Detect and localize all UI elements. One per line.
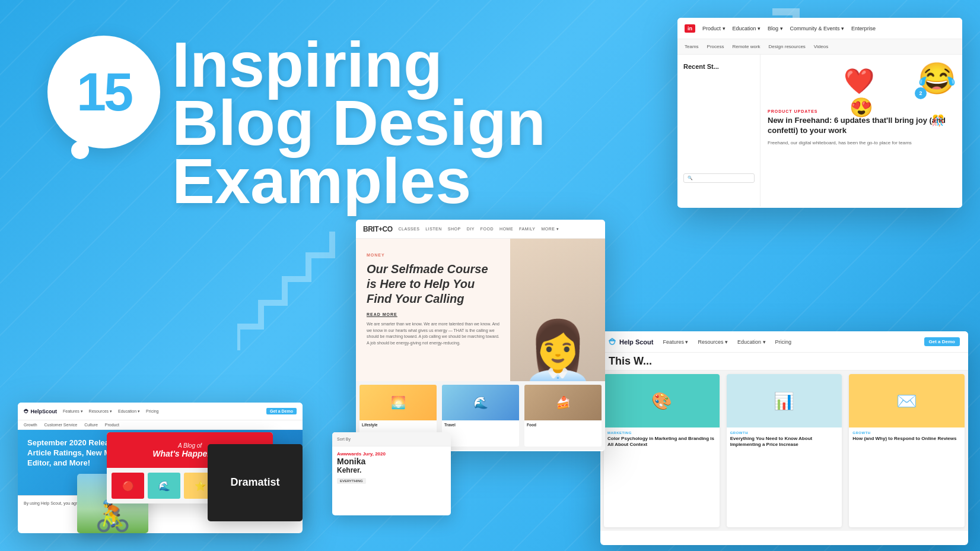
britco-logo: BRIT+CO bbox=[363, 225, 393, 233]
cyclist-icon: 🚴 bbox=[94, 499, 131, 533]
britco-card-3[interactable]: 🍰 Food bbox=[524, 385, 602, 446]
red-blog-text1: A Blog of bbox=[178, 442, 202, 449]
red-mini-card-2: 🌊 bbox=[148, 473, 180, 499]
dramatist-card: Dramatist bbox=[208, 444, 303, 521]
britco-card-2[interactable]: 🌊 Travel bbox=[442, 385, 519, 446]
inv-sub-videos[interactable]: Videos bbox=[814, 44, 828, 49]
hs-card-2-image: 📊 bbox=[727, 374, 842, 428]
hs-blog-education[interactable]: Education ▾ bbox=[118, 409, 140, 414]
hs-nav-education[interactable]: Education ▾ bbox=[737, 339, 766, 345]
invision-sidebar-title: Recent St... bbox=[683, 63, 754, 70]
hs-logo: ⛑ Help Scout bbox=[609, 337, 653, 347]
britco-nav: BRIT+CO CLASSES LISTEN SHOP DIY FOOD HOM… bbox=[356, 220, 605, 239]
hs-card-3-tag: GROWTH bbox=[852, 431, 961, 435]
hs-card-3-title: How (and Why) to Respond to Online Revie… bbox=[852, 436, 961, 442]
britco-nav-classes[interactable]: CLASSES bbox=[399, 227, 420, 231]
hs-nav-features[interactable]: Features ▾ bbox=[663, 339, 688, 345]
inv-nav-enterprise[interactable]: Enterprise bbox=[851, 26, 876, 31]
hs-card-2-title: Everything You Need to Know About Implem… bbox=[730, 436, 839, 448]
number-bubble: 15 bbox=[47, 36, 160, 148]
hs-card-3-image: ✉️ bbox=[849, 374, 965, 428]
hs-blog-nav: ⛑ HelpScout Features ▾ Resources ▾ Educa… bbox=[18, 403, 303, 420]
inv-sub-remote[interactable]: Remote work bbox=[732, 44, 760, 49]
britco-card-2-image: 🌊 bbox=[442, 385, 519, 420]
hs-card-1-body: MARKETING Color Psychology in Marketing … bbox=[604, 428, 720, 452]
inv-sub-process[interactable]: Process bbox=[707, 44, 724, 49]
britco-nav-diy[interactable]: DIY bbox=[467, 227, 475, 231]
hs-card-2[interactable]: 📊 GROWTH Everything You Need to Know Abo… bbox=[727, 374, 842, 527]
main-headline: Inspiring Blog Design Examples bbox=[172, 33, 546, 213]
hs-card-3-body: GROWTH How (and Why) to Respond to Onlin… bbox=[849, 428, 965, 445]
hs-nav: ⛑ Help Scout Features ▾ Resources ▾ Educ… bbox=[600, 331, 968, 353]
aww-sort-label: Sort By bbox=[337, 437, 351, 441]
emoji-badge: 2 bbox=[915, 87, 927, 99]
britco-body: We are smarter than we know. We are more… bbox=[367, 321, 499, 346]
britco-nav-more[interactable]: MORE ▾ bbox=[541, 227, 559, 232]
invision-emoji-area: ❤️ 😂 😍 2 🎊 bbox=[832, 55, 962, 150]
inv-sub-teams[interactable]: Teams bbox=[685, 44, 699, 49]
aww-name: Kehrer. bbox=[337, 466, 446, 474]
britco-screenshot: BRIT+CO CLASSES LISTEN SHOP DIY FOOD HOM… bbox=[356, 220, 605, 451]
britco-nav-listen[interactable]: LISTEN bbox=[425, 227, 442, 231]
aww-date: Awwwards Jury, 2020 bbox=[337, 451, 446, 457]
inv-nav-education[interactable]: Education ▾ bbox=[733, 26, 761, 31]
britco-nav-home[interactable]: HOME bbox=[499, 227, 513, 231]
hs-blog-tab-product[interactable]: Product bbox=[105, 423, 119, 427]
britco-card-3-text: Food bbox=[524, 420, 602, 430]
hs-section-title-bar: This W... bbox=[600, 353, 968, 370]
invision-search[interactable]: 🔍 bbox=[683, 173, 755, 183]
awwwards-card: Sort By Awwwards Jury, 2020 Monika Kehre… bbox=[332, 432, 451, 515]
hs-blog-tabs: Growth Customer Service Culture Product bbox=[18, 420, 303, 430]
inv-nav-blog[interactable]: Blog ▾ bbox=[768, 26, 783, 31]
helpscout-screenshot: ⛑ Help Scout Features ▾ Resources ▾ Educ… bbox=[600, 331, 968, 545]
dramatist-text: Dramatist bbox=[230, 476, 279, 489]
aww-categories: EVERYTHING bbox=[337, 478, 446, 484]
inv-nav-product[interactable]: Product ▾ bbox=[702, 26, 726, 31]
britco-nav-food[interactable]: FOOD bbox=[481, 227, 494, 231]
aww-cat-everything[interactable]: EVERYTHING bbox=[337, 478, 366, 484]
aww-person: Monika bbox=[337, 457, 446, 466]
hs-nav-pricing[interactable]: Pricing bbox=[775, 339, 792, 345]
britco-hero-image: 👩‍💼 bbox=[510, 239, 605, 381]
invision-sidebar: Recent St... 🔍 bbox=[677, 55, 761, 207]
britco-nav-shop[interactable]: SHOP bbox=[448, 227, 461, 231]
hs-blog-tab-growth[interactable]: Growth bbox=[24, 423, 37, 427]
hs-nav-cta[interactable]: Get a Demo bbox=[924, 337, 960, 346]
emoji-heart: ❤️ bbox=[844, 66, 874, 96]
hs-card-3[interactable]: ✉️ GROWTH How (and Why) to Respond to On… bbox=[849, 374, 965, 527]
hs-card-2-tag: GROWTH bbox=[730, 431, 839, 435]
hs-card-grid: 🎨 MARKETING Color Psychology in Marketin… bbox=[600, 370, 968, 531]
headline-number: 15 bbox=[77, 65, 131, 119]
britco-hero-text: MONEY Our Selfmade Course is Here to Hel… bbox=[356, 239, 510, 381]
invision-body: ❤️ 😂 😍 2 🎊 Recent St... 🔍 PRODUCT UPDATE… bbox=[677, 55, 962, 207]
hs-card-1[interactable]: 🎨 MARKETING Color Psychology in Marketin… bbox=[604, 374, 720, 527]
britco-card-3-image: 🍰 bbox=[524, 385, 602, 420]
red-mini-card-1: 🔴 bbox=[112, 473, 144, 499]
hs-blog-features[interactable]: Features ▾ bbox=[63, 409, 83, 414]
invision-screenshot: in Product ▾ Education ▾ Blog ▾ Communit… bbox=[677, 18, 962, 208]
hs-blog-tab-service[interactable]: Customer Service bbox=[44, 423, 78, 427]
britco-tag: MONEY bbox=[367, 253, 499, 257]
inv-sub-design[interactable]: Design resources bbox=[769, 44, 806, 49]
hs-blog-tab-culture[interactable]: Culture bbox=[84, 423, 98, 427]
britco-hero: MONEY Our Selfmade Course is Here to Hel… bbox=[356, 239, 605, 381]
invision-subnav: Teams Process Remote work Design resourc… bbox=[677, 39, 962, 55]
hs-blog-pricing[interactable]: Pricing bbox=[146, 409, 158, 413]
hs-logo-icon: ⛑ bbox=[609, 337, 617, 347]
britco-title: Our Selfmade Course is Here to Help You … bbox=[367, 262, 499, 306]
hs-blog-resources[interactable]: Resources ▾ bbox=[89, 409, 112, 414]
britco-card-1-text: Lifestyle bbox=[359, 420, 437, 430]
emoji-confetti: 🎊 bbox=[931, 114, 944, 127]
britco-card-1-image: 🌅 bbox=[359, 385, 437, 420]
hs-blog-logo: ⛑ HelpScout bbox=[24, 408, 57, 414]
hs-nav-resources[interactable]: Resources ▾ bbox=[698, 339, 728, 345]
hs-card-1-image: 🎨 bbox=[604, 374, 720, 428]
hs-card-2-body: GROWTH Everything You Need to Know About… bbox=[727, 428, 842, 452]
britco-person-icon: 👩‍💼 bbox=[521, 317, 595, 381]
aww-header: Sort By bbox=[332, 432, 451, 446]
hs-blog-cta[interactable]: Get a Demo bbox=[266, 408, 297, 414]
hs-this-week: This W... bbox=[609, 355, 652, 368]
britco-readmore[interactable]: READ MORE bbox=[367, 312, 499, 316]
britco-nav-family[interactable]: FAMILY bbox=[519, 227, 535, 231]
inv-nav-community[interactable]: Community & Events ▾ bbox=[790, 26, 845, 31]
